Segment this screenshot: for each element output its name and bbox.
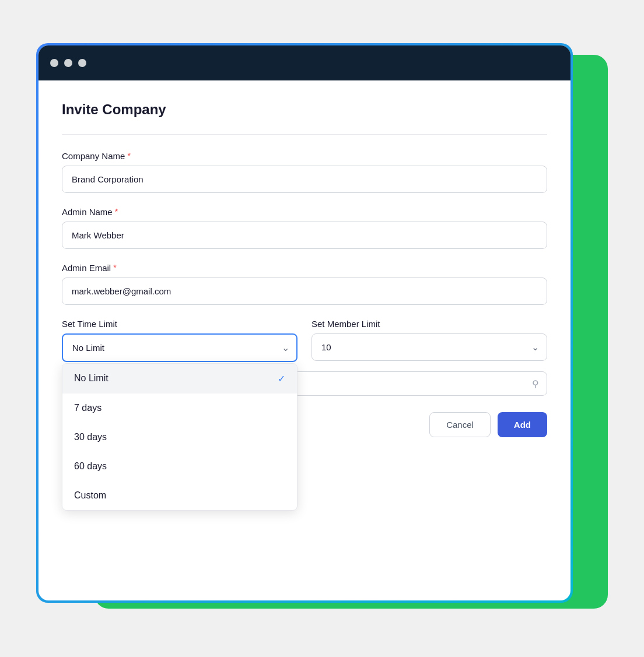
time-limit-dropdown: No Limit ✓ 7 days 30 days (62, 363, 298, 511)
search-icon: ⚲ (532, 378, 539, 389)
limits-row: Set Time Limit No Limit 7 days 30 days 6… (62, 319, 547, 362)
member-limit-group: Set Member Limit 10 20 50 100 Unlimited … (312, 319, 547, 362)
admin-name-label: Admin Name * (62, 207, 547, 217)
dropdown-item-60days[interactable]: 60 days (62, 452, 297, 481)
dropdown-item-custom[interactable]: Custom (62, 481, 297, 510)
titlebar-dot-1 (50, 59, 58, 67)
modal-container: Invite Company Company Name * Admin Name… (36, 43, 573, 603)
admin-name-input[interactable] (62, 222, 547, 249)
company-name-label: Company Name * (62, 151, 547, 161)
divider (62, 134, 547, 135)
company-name-input[interactable] (62, 166, 547, 193)
titlebar (38, 45, 570, 80)
time-limit-group: Set Time Limit No Limit 7 days 30 days 6… (62, 319, 298, 362)
company-name-required: * (127, 151, 130, 160)
add-button[interactable]: Add (498, 412, 547, 437)
titlebar-dot-2 (64, 59, 72, 67)
modal-window: Invite Company Company Name * Admin Name… (38, 45, 570, 600)
modal-title: Invite Company (62, 101, 547, 118)
member-limit-label: Set Member Limit (312, 319, 547, 329)
admin-email-group: Admin Email * (62, 263, 547, 305)
dropdown-item-7days[interactable]: 7 days (62, 394, 297, 423)
dropdown-item-no-limit[interactable]: No Limit ✓ (62, 364, 297, 394)
admin-email-input[interactable] (62, 277, 547, 305)
company-name-group: Company Name * (62, 151, 547, 193)
admin-name-required: * (115, 207, 118, 216)
cancel-button[interactable]: Cancel (429, 412, 491, 437)
admin-name-group: Admin Name * (62, 207, 547, 249)
admin-email-label: Admin Email * (62, 263, 547, 273)
admin-email-required: * (113, 263, 116, 272)
time-limit-label: Set Time Limit (62, 319, 298, 329)
time-limit-select-wrapper: No Limit 7 days 30 days 60 days Custom ⌄ (62, 333, 298, 362)
titlebar-dot-3 (78, 59, 86, 67)
modal-body: Invite Company Company Name * Admin Name… (38, 80, 570, 600)
time-limit-select[interactable]: No Limit 7 days 30 days 60 days Custom (62, 333, 298, 362)
member-limit-select[interactable]: 10 20 50 100 Unlimited (312, 333, 547, 361)
dropdown-item-30days[interactable]: 30 days (62, 423, 297, 452)
member-limit-select-wrapper: 10 20 50 100 Unlimited ⌄ (312, 333, 547, 361)
check-icon: ✓ (278, 373, 285, 384)
